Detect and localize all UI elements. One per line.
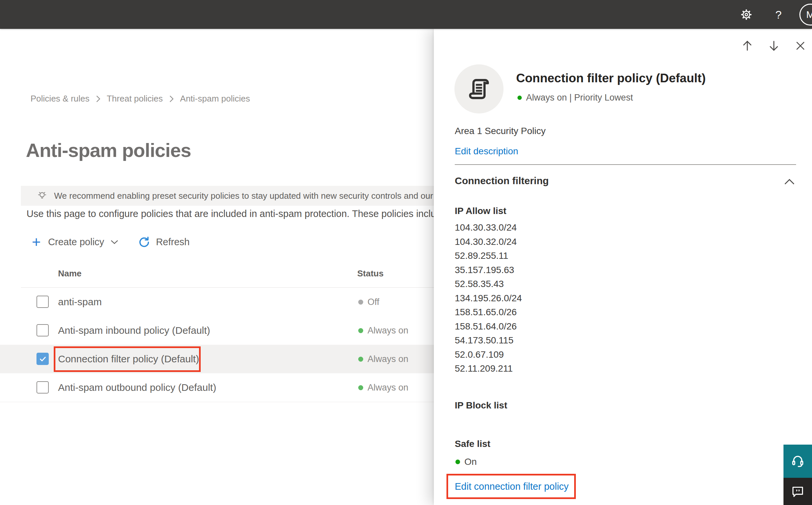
ip-allow-list-label: IP Allow list [455,206,506,216]
column-header-name[interactable]: Name [58,269,81,279]
ip-allow-entry: 35.157.195.63 [455,263,522,278]
scroll-policy-icon [466,76,492,102]
close-flyout-button[interactable] [793,38,808,53]
ip-allow-entry: 52.89.255.11 [455,249,522,263]
safe-list-status: On [455,457,477,467]
support-button[interactable] [784,445,812,478]
breadcrumb-threat-policies[interactable]: Threat policies [107,94,163,104]
flyout-status-line: Always on | Priority Lowest [518,93,633,103]
breadcrumb-policies-rules[interactable]: Policies & rules [30,94,89,104]
ip-allow-entry: 54.173.50.115 [455,333,522,348]
row-checkbox[interactable] [36,296,49,308]
row-checkbox-checked[interactable] [36,353,49,365]
previous-item-button[interactable] [740,38,755,53]
status-label: Always on [368,382,408,393]
arrow-up-icon [741,39,754,52]
status-dot-on [358,328,363,333]
banner-text: We recommend enabling preset security po… [54,191,434,201]
collapse-section-button[interactable] [783,177,796,187]
chat-feedback-icon [790,484,805,499]
chevron-right-icon [169,95,174,103]
lightbulb-icon [36,190,48,202]
status-dot-off [358,300,363,305]
status-cell: Always on [358,316,408,345]
recommendation-banner: We recommend enabling preset security po… [21,186,434,206]
refresh-icon [137,235,151,248]
refresh-label: Refresh [156,236,190,247]
main-content: Policies & rules Threat policies Anti-sp… [0,29,434,505]
ip-allow-entry: 158.51.65.0/26 [455,305,522,320]
status-label: Always on [368,326,408,336]
app-window: ? M Policies & rules Threat policies Ant… [0,0,812,505]
policy-type-avatar [454,64,503,114]
help-icon[interactable]: ? [771,7,786,22]
policy-name[interactable]: anti-spam [58,288,102,316]
chevron-down-icon [110,237,119,246]
avatar-initial: M [806,9,812,20]
feedback-button[interactable] [784,478,812,505]
page-title: Anti-spam policies [26,139,191,161]
create-policy-button[interactable]: + Create policy [32,234,119,249]
column-header-status[interactable]: Status [357,269,383,279]
ip-allow-entry: 52.0.67.109 [455,348,522,362]
edit-description-link[interactable]: Edit description [455,146,518,157]
plus-icon: + [32,234,41,249]
headset-icon [789,453,806,470]
ip-allow-entry: 104.30.33.0/24 [455,221,522,235]
policy-name[interactable]: Connection filter policy (Default) [58,345,199,373]
next-item-button[interactable] [767,38,781,53]
table-row-selected[interactable]: Connection filter policy (Default) Alway… [0,345,434,374]
settings-gear-icon[interactable] [739,7,754,22]
row-checkbox[interactable] [36,324,49,336]
policy-name[interactable]: Anti-spam outbound policy (Default) [58,373,216,402]
arrow-down-icon [767,39,781,52]
ip-allow-entry: 104.30.32.0/24 [455,235,522,249]
ip-block-list-label: IP Block list [455,400,507,411]
policy-details-flyout: Connection filter policy (Default) Alway… [434,29,812,505]
table-row[interactable]: Anti-spam outbound policy (Default) Alwa… [0,373,434,402]
status-label: Always on [368,354,408,364]
check-icon [38,355,47,363]
table-row[interactable]: Anti-spam inbound policy (Default) Alway… [0,316,434,345]
create-policy-label: Create policy [48,236,104,247]
gear-icon [740,8,753,21]
ip-allow-entry: 158.51.64.0/26 [455,320,522,334]
status-dot-on [455,460,460,464]
chevron-right-icon [95,95,101,103]
chevron-up-icon [784,178,795,186]
toolbar: + Create policy Refresh [32,233,190,250]
safe-list-status-text: On [464,457,477,467]
section-title-connection-filtering: Connection filtering [455,175,549,186]
edit-connection-filter-policy-link[interactable]: Edit connection filter policy [455,481,569,492]
status-dot-on [518,96,522,100]
status-cell: Off [358,288,380,316]
flyout-title: Connection filter policy (Default) [516,71,795,85]
policy-description: Area 1 Security Policy [455,126,546,136]
page-description: Use this page to configure policies that… [26,208,434,219]
policy-name[interactable]: Anti-spam inbound policy (Default) [58,316,210,345]
table-row[interactable]: anti-spam Off [0,288,434,317]
row-checkbox[interactable] [36,381,49,393]
safe-list-label: Safe list [455,439,490,449]
ip-allow-entry: 52.58.35.43 [455,277,522,291]
ip-allow-list: 104.30.33.0/24 104.30.32.0/24 52.89.255.… [455,221,522,376]
account-avatar[interactable]: M [799,4,812,25]
status-cell: Always on [358,373,408,402]
top-app-bar: ? M [0,0,812,29]
section-divider [455,164,796,165]
ip-allow-entry: 134.195.26.0/24 [455,291,522,306]
status-dot-on [358,357,363,362]
breadcrumb-anti-spam-policies[interactable]: Anti-spam policies [180,94,250,104]
close-icon [794,40,806,52]
ip-allow-entry: 52.11.209.211 [455,362,522,376]
breadcrumb: Policies & rules Threat policies Anti-sp… [30,94,250,104]
status-label: Off [368,297,380,307]
status-cell: Always on [358,345,408,373]
flyout-status-text: Always on | Priority Lowest [526,93,633,103]
refresh-button[interactable]: Refresh [137,235,190,248]
status-dot-on [358,385,363,390]
